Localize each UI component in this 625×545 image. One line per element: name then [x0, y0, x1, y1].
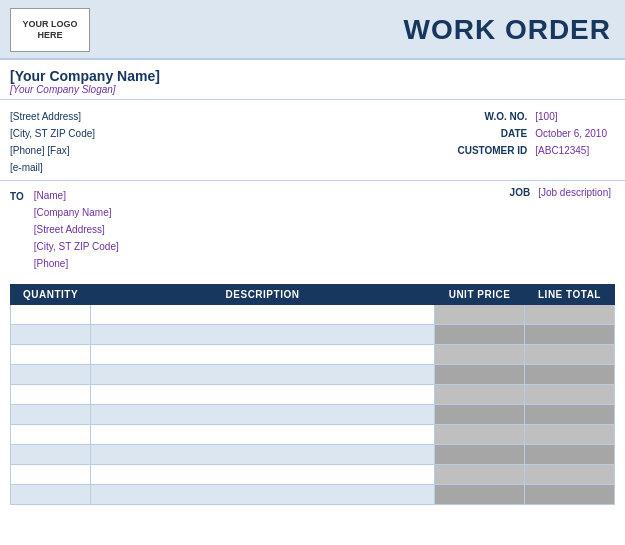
table-cell — [435, 485, 525, 505]
table-cell — [11, 405, 91, 425]
logo-box: YOUR LOGO HERE — [10, 8, 90, 52]
page-title: WORK ORDER — [403, 14, 611, 46]
items-table-wrapper: QUANTITY DESCRIPTION UNIT PRICE LINE TOT… — [0, 276, 625, 509]
wo-no-value: [100] — [531, 108, 611, 125]
table-cell — [91, 325, 435, 345]
company-slogan: [Your Company Slogan] — [10, 84, 611, 95]
table-cell — [91, 345, 435, 365]
table-cell — [525, 485, 615, 505]
to-block: TO [Name] [Company Name] [Street Address… — [10, 187, 119, 272]
work-order-page: YOUR LOGO HERE WORK ORDER [Your Company … — [0, 0, 625, 545]
table-cell — [91, 465, 435, 485]
to-city: [City, ST ZIP Code] — [34, 238, 119, 255]
to-street: [Street Address] — [34, 221, 119, 238]
phone-fax: [Phone] [Fax] — [10, 142, 95, 159]
table-cell — [525, 465, 615, 485]
table-cell — [91, 365, 435, 385]
table-cell — [525, 325, 615, 345]
company-section: [Your Company Name] [Your Company Slogan… — [0, 60, 625, 100]
company-name: [Your Company Name] — [10, 68, 611, 84]
date-value: October 6, 2010 — [531, 125, 611, 142]
table-cell — [11, 305, 91, 325]
wo-no-label: W.O. NO. — [453, 108, 531, 125]
customer-id-value: [ABC12345] — [531, 142, 611, 159]
table-cell — [91, 405, 435, 425]
table-row — [11, 365, 615, 385]
table-cell — [435, 465, 525, 485]
wo-details: W.O. NO. [100] DATE October 6, 2010 CUST… — [453, 108, 611, 176]
logo-text: YOUR LOGO HERE — [11, 19, 89, 41]
table-cell — [435, 345, 525, 365]
date-label: DATE — [453, 125, 531, 142]
table-cell — [435, 445, 525, 465]
table-cell — [525, 405, 615, 425]
table-cell — [91, 425, 435, 445]
table-cell — [435, 305, 525, 325]
email-address: [e-mail] — [10, 159, 95, 176]
col-unit-price: UNIT PRICE — [435, 285, 525, 305]
col-description: DESCRIPTION — [91, 285, 435, 305]
job-label: JOB — [510, 187, 531, 198]
table-row — [11, 385, 615, 405]
info-section: [Street Address] [City, ST ZIP Code] [Ph… — [0, 100, 625, 180]
job-block: JOB [Job description] — [510, 187, 611, 272]
table-cell — [91, 305, 435, 325]
table-row — [11, 425, 615, 445]
table-cell — [11, 325, 91, 345]
table-row — [11, 485, 615, 505]
table-cell — [11, 465, 91, 485]
table-header-row: QUANTITY DESCRIPTION UNIT PRICE LINE TOT… — [11, 285, 615, 305]
table-row — [11, 305, 615, 325]
table-cell — [435, 365, 525, 385]
to-details: [Name] [Company Name] [Street Address] [… — [34, 187, 119, 272]
to-name: [Name] — [34, 187, 119, 204]
to-job-section: TO [Name] [Company Name] [Street Address… — [0, 180, 625, 276]
to-company: [Company Name] — [34, 204, 119, 221]
table-cell — [525, 385, 615, 405]
table-row — [11, 445, 615, 465]
table-cell — [91, 485, 435, 505]
table-cell — [525, 425, 615, 445]
table-cell — [91, 445, 435, 465]
table-row — [11, 325, 615, 345]
table-cell — [11, 385, 91, 405]
job-value: [Job description] — [538, 187, 611, 198]
city-address: [City, ST ZIP Code] — [10, 125, 95, 142]
table-cell — [435, 405, 525, 425]
table-cell — [525, 445, 615, 465]
to-phone: [Phone] — [34, 255, 119, 272]
table-cell — [11, 345, 91, 365]
table-cell — [525, 305, 615, 325]
table-cell — [525, 365, 615, 385]
table-cell — [91, 385, 435, 405]
table-cell — [11, 425, 91, 445]
table-row — [11, 405, 615, 425]
to-label: TO — [10, 187, 24, 272]
col-quantity: QUANTITY — [11, 285, 91, 305]
table-cell — [435, 325, 525, 345]
table-cell — [11, 485, 91, 505]
items-table: QUANTITY DESCRIPTION UNIT PRICE LINE TOT… — [10, 284, 615, 505]
street-address: [Street Address] — [10, 108, 95, 125]
header: YOUR LOGO HERE WORK ORDER — [0, 0, 625, 60]
table-cell — [435, 425, 525, 445]
table-row — [11, 465, 615, 485]
col-line-total: LINE TOTAL — [525, 285, 615, 305]
table-cell — [525, 345, 615, 365]
table-cell — [11, 365, 91, 385]
customer-id-label: CUSTOMER ID — [453, 142, 531, 159]
table-cell — [11, 445, 91, 465]
address-block: [Street Address] [City, ST ZIP Code] [Ph… — [10, 108, 95, 176]
table-row — [11, 345, 615, 365]
table-cell — [435, 385, 525, 405]
